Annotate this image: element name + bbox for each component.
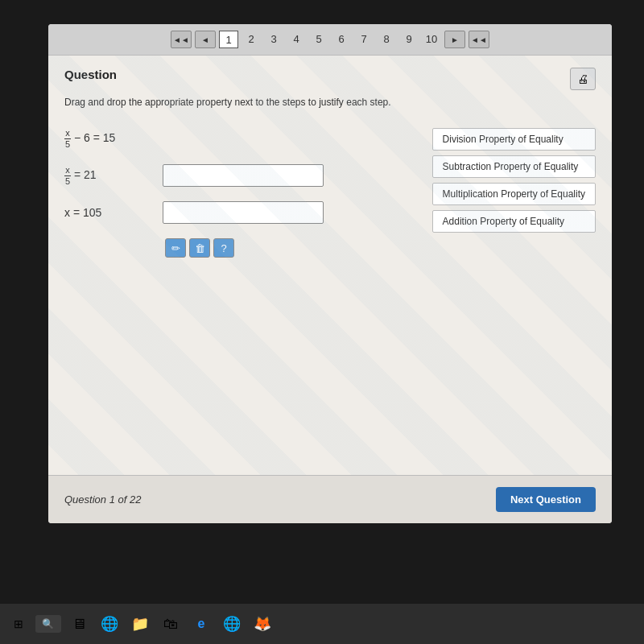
taskbar-app-chrome[interactable]: 🌐 (219, 611, 245, 637)
nav-page-10[interactable]: 10 (422, 31, 441, 48)
numerator-2: x (64, 165, 71, 176)
taskbar-app-files[interactable]: 📁 (127, 611, 153, 637)
equation-row-1: x 5 − 6 = 15 (64, 128, 408, 150)
windows-start-button[interactable]: ⊞ (6, 612, 31, 636)
equation-label-3: x = 105 (64, 206, 153, 219)
fraction-2: x 5 (64, 165, 71, 187)
windows-icon: ⊞ (14, 617, 23, 630)
nav-page-7[interactable]: 7 (354, 31, 374, 48)
delete-icon: 🗑 (195, 242, 205, 254)
equations-column: x 5 − 6 = 15 x 5 = 21 (64, 128, 408, 258)
denominator-1: 5 (64, 139, 71, 150)
firefox-icon: 🦊 (254, 615, 271, 633)
nav-page-8[interactable]: 8 (377, 31, 396, 48)
property-card-subtraction[interactable]: Subtraction Property of Equality (432, 155, 596, 178)
property-card-addition[interactable]: Addition Property of Equality (432, 210, 596, 233)
footer-bar: Question 1 of 22 Next Question (48, 475, 612, 523)
nav-bar: ◄◄ ◄ 1 2 3 4 5 6 7 8 9 10 ► ◄◄ (48, 24, 612, 56)
search-icon: 🔍 (42, 617, 55, 630)
question-header: Question 🖨 (64, 68, 596, 90)
taskbar-app-store[interactable]: 🛍 (158, 611, 184, 637)
print-button[interactable]: 🖨 (570, 68, 596, 90)
nav-page-9[interactable]: 9 (399, 31, 419, 48)
taskbar-app-edge[interactable]: 🌐 (97, 611, 122, 637)
nav-prev-button[interactable]: ◄ (195, 31, 216, 48)
equation-rest-1: − 6 = 15 (74, 131, 115, 144)
nav-page-3[interactable]: 3 (264, 31, 283, 48)
store-icon: 🛍 (163, 616, 178, 633)
delete-button[interactable]: 🗑 (189, 238, 210, 258)
fraction-1: x 5 (64, 128, 71, 150)
edge-icon: 🌐 (101, 615, 118, 633)
desktop-icon: 🖥 (72, 616, 86, 633)
property-card-division[interactable]: Division Property of Equality (432, 128, 596, 151)
app-window: ◄◄ ◄ 1 2 3 4 5 6 7 8 9 10 ► ◄◄ Question … (48, 24, 612, 523)
help-button[interactable]: ? (213, 238, 234, 258)
taskbar-app-desktop[interactable]: 🖥 (66, 611, 92, 637)
drop-zone-2[interactable] (163, 201, 324, 224)
content-area: Question 🖨 Drag and drop the appropriate… (48, 56, 612, 490)
taskbar-app-ie[interactable]: e (188, 611, 214, 637)
next-question-button[interactable]: Next Question (496, 487, 596, 512)
edit-button[interactable]: ✏ (165, 238, 186, 258)
taskbar-search-bar[interactable]: 🔍 (35, 615, 61, 633)
print-icon: 🖨 (577, 72, 588, 85)
taskbar-app-firefox[interactable]: 🦊 (250, 611, 275, 637)
properties-column: Division Property of Equality Subtractio… (432, 128, 596, 233)
equation-label-1: x 5 − 6 = 15 (64, 128, 153, 150)
denominator-2: 5 (64, 176, 71, 187)
nav-last-button[interactable]: ◄◄ (469, 31, 489, 48)
nav-next-button[interactable]: ► (444, 31, 465, 48)
question-title: Question (64, 68, 117, 81)
files-icon: 📁 (131, 615, 149, 633)
action-icons: ✏ 🗑 ? (165, 238, 408, 258)
chrome-icon: 🌐 (223, 615, 241, 633)
nav-page-6[interactable]: 6 (332, 31, 351, 48)
equation-row-2: x 5 = 21 (64, 164, 408, 187)
property-card-multiplication[interactable]: Multiplication Property of Equality (432, 183, 596, 205)
nav-page-5[interactable]: 5 (309, 31, 328, 48)
drop-zone-1[interactable] (163, 164, 324, 187)
equation-text-3: x = 105 (64, 206, 101, 219)
ie-icon: e (198, 617, 205, 631)
numerator-1: x (64, 128, 71, 139)
equation-row-3: x = 105 (64, 201, 408, 224)
question-counter: Question 1 of 22 (64, 493, 141, 506)
nav-page-1[interactable]: 1 (219, 31, 238, 48)
equation-label-2: x 5 = 21 (64, 165, 153, 187)
instructions-text: Drag and drop the appropriate property n… (64, 97, 596, 108)
exercise-area: x 5 − 6 = 15 x 5 = 21 (64, 128, 596, 258)
equation-rest-2: = 21 (74, 168, 97, 181)
help-icon: ? (221, 242, 226, 254)
nav-page-2[interactable]: 2 (242, 31, 261, 48)
edit-icon: ✏ (171, 242, 180, 254)
nav-page-4[interactable]: 4 (287, 31, 306, 48)
nav-first-button[interactable]: ◄◄ (171, 31, 192, 48)
taskbar: ⊞ 🔍 🖥 🌐 📁 🛍 e 🌐 🦊 (0, 604, 644, 644)
